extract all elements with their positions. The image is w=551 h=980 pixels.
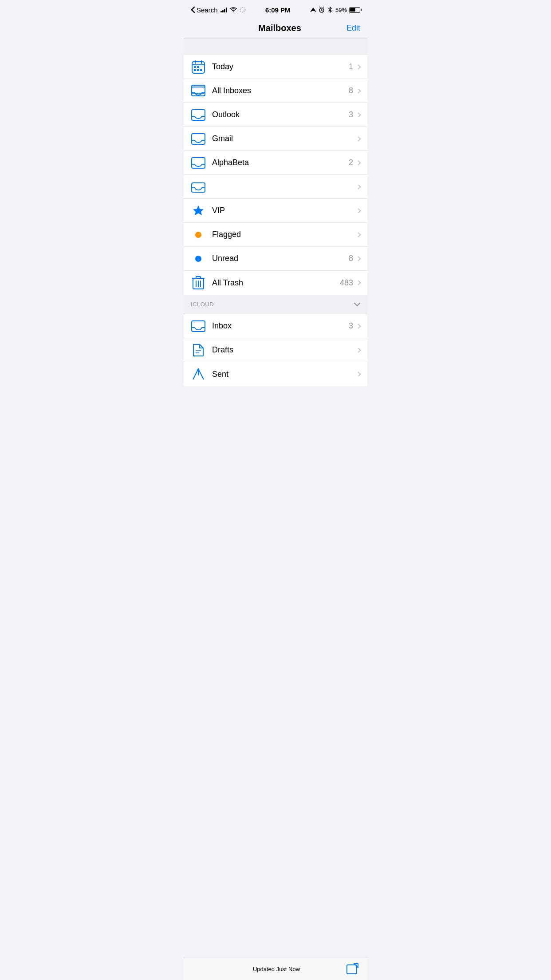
chevron-right-icon xyxy=(356,160,361,165)
mailbox-vip[interactable]: VIP xyxy=(184,199,367,223)
chevron-right-icon xyxy=(356,348,361,352)
status-right: 59% xyxy=(310,7,360,13)
all-inboxes-label: All Inboxes xyxy=(212,86,349,95)
icloud-inbox-label: Inbox xyxy=(212,321,349,331)
mailbox-unread[interactable]: Unread 8 xyxy=(184,247,367,271)
today-label: Today xyxy=(212,62,349,71)
battery-icon xyxy=(349,7,360,13)
svg-marker-22 xyxy=(193,205,204,215)
unknown-inbox-icon xyxy=(191,179,206,194)
status-left: Search xyxy=(191,6,246,14)
mailbox-outlook[interactable]: Outlook 3 xyxy=(184,103,367,127)
svg-line-5 xyxy=(319,7,320,8)
back-chevron-icon xyxy=(191,6,195,13)
wifi-icon xyxy=(230,7,237,12)
chevron-right-icon xyxy=(356,64,361,69)
section-chevron-down-icon xyxy=(354,303,360,306)
all-inboxes-count: 8 xyxy=(349,86,353,95)
svg-rect-11 xyxy=(194,66,196,68)
mailbox-unknown[interactable] xyxy=(184,175,367,199)
icloud-drafts-label: Drafts xyxy=(212,345,353,355)
svg-point-0 xyxy=(240,8,245,12)
mailbox-alphabeta[interactable]: AlphaBeta 2 xyxy=(184,151,367,175)
signal-bars-icon xyxy=(220,7,227,12)
all-inboxes-icon xyxy=(191,83,206,99)
chevron-right-icon xyxy=(356,208,361,213)
mailbox-flagged[interactable]: Flagged xyxy=(184,223,367,247)
icloud-inbox-count: 3 xyxy=(349,321,353,331)
icloud-sent[interactable]: Sent xyxy=(184,362,367,386)
icloud-label: ICLOUD xyxy=(191,301,214,308)
today-count: 1 xyxy=(349,62,353,71)
svg-line-6 xyxy=(323,7,324,8)
status-time: 6:09 PM xyxy=(265,6,291,14)
drafts-icon xyxy=(191,343,206,358)
svg-line-4 xyxy=(322,10,323,11)
svg-rect-25 xyxy=(196,277,201,278)
icloud-list: Inbox 3 Drafts Sent xyxy=(184,314,367,386)
section-spacer xyxy=(184,39,367,55)
svg-rect-12 xyxy=(197,66,199,68)
chevron-right-icon xyxy=(356,256,361,261)
outlook-count: 3 xyxy=(349,110,353,119)
chevron-right-icon xyxy=(356,280,361,285)
alphabeta-label: AlphaBeta xyxy=(212,158,349,167)
alarm-icon xyxy=(319,7,325,13)
all-trash-count: 483 xyxy=(340,278,353,288)
all-trash-label: All Trash xyxy=(212,278,340,288)
svg-rect-13 xyxy=(194,69,196,71)
alphabeta-icon xyxy=(191,155,206,170)
loading-icon xyxy=(240,7,246,13)
chevron-right-icon xyxy=(356,112,361,117)
icloud-drafts[interactable]: Drafts xyxy=(184,338,367,362)
mailbox-today[interactable]: Today 1 xyxy=(184,55,367,79)
battery-percent: 59% xyxy=(335,7,347,13)
today-icon xyxy=(191,59,206,75)
chevron-right-icon xyxy=(356,136,361,141)
edit-button[interactable]: Edit xyxy=(346,24,360,33)
unread-label: Unread xyxy=(212,254,349,263)
back-button[interactable]: Search xyxy=(191,6,218,14)
unread-dot-icon xyxy=(191,251,206,266)
gmail-label: Gmail xyxy=(212,134,353,143)
svg-rect-15 xyxy=(200,69,202,71)
location-icon xyxy=(310,7,316,13)
nav-bar: Mailboxes Edit xyxy=(184,20,367,39)
chevron-right-icon xyxy=(356,324,361,328)
mailbox-all-trash[interactable]: All Trash 483 xyxy=(184,271,367,295)
chevron-right-icon xyxy=(356,184,361,189)
icloud-inbox[interactable]: Inbox 3 xyxy=(184,314,367,338)
back-label: Search xyxy=(197,6,218,14)
flagged-label: Flagged xyxy=(212,230,353,239)
chevron-right-icon xyxy=(356,88,361,93)
chevron-right-icon xyxy=(356,232,361,237)
svg-rect-17 xyxy=(192,85,205,93)
outlook-label: Outlook xyxy=(212,110,349,119)
sent-icon xyxy=(191,367,206,382)
vip-label: VIP xyxy=(212,206,353,215)
icloud-inbox-icon xyxy=(191,319,206,334)
page-title: Mailboxes xyxy=(258,23,301,33)
outlook-icon xyxy=(191,107,206,122)
bluetooth-icon xyxy=(327,7,333,13)
status-bar: Search 6:09 PM 59% xyxy=(184,0,367,20)
trash-icon xyxy=(191,275,206,290)
icloud-section-header: ICLOUD xyxy=(184,295,367,314)
icloud-sent-label: Sent xyxy=(212,370,353,379)
mailbox-list: Today 1 All Inboxes 8 Outlook 3 xyxy=(184,55,367,295)
mailbox-all-inboxes[interactable]: All Inboxes 8 xyxy=(184,79,367,103)
flagged-dot-icon xyxy=(191,227,206,242)
mailbox-gmail[interactable]: Gmail xyxy=(184,127,367,151)
chevron-right-icon xyxy=(356,371,361,376)
gmail-icon xyxy=(191,131,206,146)
unread-count: 8 xyxy=(349,254,353,263)
alphabeta-count: 2 xyxy=(349,158,353,167)
svg-marker-1 xyxy=(310,8,316,12)
svg-rect-14 xyxy=(197,69,199,71)
vip-star-icon xyxy=(191,203,206,218)
